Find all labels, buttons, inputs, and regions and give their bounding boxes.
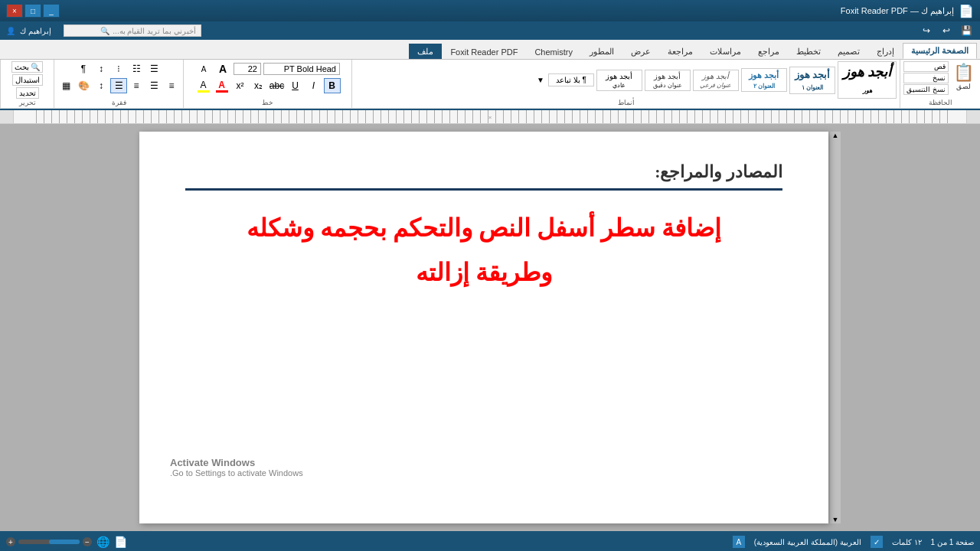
language-label: العربية (المملكة العربية السعودية) — [754, 538, 861, 546]
shading-button[interactable]: 🎨 — [75, 78, 92, 93]
editing-group: 🔍 بحث استبدال تحديد تحرير — [0, 60, 54, 108]
word-count: ١٢ كلمات — [892, 538, 922, 546]
tab-chemistry[interactable]: Chemistry — [526, 44, 581, 59]
user-icon[interactable]: 👤 — [6, 27, 15, 35]
highlight-indicator — [198, 90, 210, 93]
page-text-sub[interactable]: وطريقة إزالته — [185, 258, 782, 287]
activate-windows-notice: Activate Windows Go to Settings to activ… — [170, 457, 303, 478]
subscript-button[interactable]: x₂ — [250, 78, 267, 93]
ribbon-content: 📋 لصق قص نسخ نسخ التنسيق الحافظة أبجد هو… — [0, 60, 980, 110]
underline-button[interactable]: U — [287, 78, 304, 93]
maximize-button[interactable]: □ — [24, 4, 41, 18]
tab-mailings[interactable]: مراسلات — [701, 44, 750, 59]
document-area: ▲ ▼ المصادر والمراجع: إضافة سطر أسفل الن… — [0, 124, 980, 531]
sort-button[interactable]: ↕ — [93, 61, 109, 77]
style-normal[interactable]: أبجد هوزعادي — [596, 70, 642, 91]
font-shrink-button[interactable]: A — [195, 61, 212, 77]
bullets-button[interactable]: ☰ — [145, 61, 162, 77]
page-divider — [185, 188, 782, 191]
tab-file[interactable]: ملف — [409, 44, 442, 59]
tab-view[interactable]: عرض — [622, 44, 659, 59]
line-spacing-button[interactable]: ↕ — [93, 78, 109, 93]
view-print-button[interactable]: 📄 — [114, 535, 127, 549]
tab-foxit[interactable]: Foxit Reader PDF — [442, 44, 526, 59]
style-nospacing[interactable]: ¶ بلا تباعد — [548, 73, 594, 86]
page-text-main[interactable]: إضافة سطر أسفل النص والتحكم بحجمه وشكله — [185, 214, 782, 243]
zoom-out-button[interactable]: − — [83, 537, 92, 546]
cut-button[interactable]: قص — [903, 61, 949, 72]
page-count: صفحة 1 من 1 — [931, 538, 974, 546]
font-color-button[interactable]: A — [214, 78, 230, 93]
align-left-button[interactable]: ≡ — [128, 78, 145, 93]
show-marks-button[interactable]: ¶ — [75, 61, 92, 77]
find-button[interactable]: 🔍 بحث — [11, 61, 44, 73]
replace-button[interactable]: استبدال — [12, 74, 43, 86]
tab-layout[interactable]: تخطيط — [788, 44, 829, 59]
font-name-box[interactable]: PT Bold Head — [263, 63, 340, 75]
tab-developer[interactable]: المطور — [581, 44, 622, 59]
style-subtitle[interactable]: أبجد هوزعنوان فرعي — [693, 70, 739, 91]
align-right-button[interactable]: ≡ — [163, 78, 180, 93]
numbering-button[interactable]: ☷ — [128, 61, 145, 77]
language-button[interactable]: A — [733, 536, 745, 548]
ruler-inner: × — [29, 110, 951, 123]
highlight-color-button[interactable]: A — [195, 78, 212, 93]
qa-redo[interactable]: ↪ — [919, 23, 934, 38]
outline-button[interactable]: ⁝ — [110, 61, 127, 77]
style-heading2[interactable]: أبجد هوزالعنوان ٢ — [741, 68, 787, 92]
align-justify-button[interactable]: ☰ — [110, 78, 127, 93]
styles-more-button[interactable]: ▼ — [535, 75, 546, 86]
styles-group: أبجد هوزهور أبجد هوزالعنوان ١ أبجد هوزال… — [351, 60, 900, 108]
close-button[interactable]: × — [6, 4, 23, 18]
search-hint-box[interactable]: أخبرني بما تريد القيام به... 🔍 — [64, 24, 201, 37]
style-precise[interactable]: أبجد هوزعنوان دقيق — [645, 70, 691, 91]
zoom-in-button[interactable]: + — [6, 537, 15, 546]
tab-home[interactable]: الصفحة الرئيسية — [903, 43, 977, 59]
qa-save[interactable]: 💾 — [959, 23, 974, 38]
title-bar: 📄 إبراهيم ك — Foxit Reader PDF _ □ × — [0, 0, 980, 21]
status-left: صفحة 1 من 1 ١٢ كلمات ✓ العربية (المملكة … — [733, 536, 974, 548]
user-info: إبراهيم ك — [20, 27, 51, 35]
paragraph-group: ☰ ☷ ⁝ ↕ ¶ ≡ ☰ ≡ ☰ ↕ 🎨 ▦ فقرة — [54, 60, 183, 108]
zoom-slider[interactable] — [18, 540, 80, 544]
font-grow-button[interactable]: A — [214, 61, 231, 77]
ruler: × — [0, 110, 980, 124]
style-heading1[interactable]: أبجد هوزالعنوان ١ — [789, 67, 836, 94]
tab-insert[interactable]: إدراج — [868, 44, 903, 59]
title-bar-text: إبراهيم ك — Foxit Reader PDF — [841, 6, 954, 16]
align-center-button[interactable]: ☰ — [145, 78, 162, 93]
view-web-button[interactable]: 🌐 — [96, 535, 109, 549]
page-title: المصادر والمراجع: — [185, 162, 782, 182]
italic-button[interactable]: I — [305, 78, 322, 93]
tab-review[interactable]: مراجعة — [659, 44, 701, 59]
paste-button[interactable]: 📋 لصق — [950, 61, 977, 92]
tab-design[interactable]: تصميم — [829, 44, 868, 59]
minimize-button[interactable]: _ — [43, 4, 60, 18]
font-size-box[interactable]: 22 — [234, 63, 261, 75]
tab-references[interactable]: مراجع — [750, 44, 788, 59]
superscript-button[interactable]: x² — [232, 78, 249, 93]
status-bar: صفحة 1 من 1 ١٢ كلمات ✓ العربية (المملكة … — [0, 531, 980, 551]
clipboard-group: 📋 لصق قص نسخ نسخ التنسيق الحافظة — [900, 60, 980, 108]
font-color-indicator — [216, 90, 228, 93]
spell-check-button[interactable]: ✓ — [871, 536, 883, 548]
style-hor[interactable]: أبجد هوزهور — [838, 61, 897, 99]
format-painter-button[interactable]: نسخ التنسيق — [903, 84, 949, 95]
zoom-control: − + — [6, 537, 92, 546]
window-controls: _ □ × — [6, 4, 60, 18]
select-button[interactable]: تحديد — [16, 87, 39, 99]
bold-button[interactable]: B — [324, 78, 341, 93]
borders-button[interactable]: ▦ — [57, 78, 74, 93]
qa-undo[interactable]: ↩ — [939, 23, 954, 38]
status-right: 📄 🌐 − + — [6, 535, 127, 549]
ribbon-tabs: الصفحة الرئيسية إدراج تصميم تخطيط مراجع … — [0, 40, 980, 60]
strikethrough-button[interactable]: abc — [269, 78, 286, 93]
paste-icon: 📋 — [953, 63, 974, 83]
font-group: PT Bold Head 22 A A B I U abc x₂ x² A — [183, 60, 351, 108]
vertical-scroll-bar[interactable]: ▲ ▼ — [830, 132, 841, 523]
copy-button[interactable]: نسخ — [903, 73, 949, 83]
document-page: المصادر والمراجع: إضافة سطر أسفل النص وا… — [139, 132, 828, 523]
